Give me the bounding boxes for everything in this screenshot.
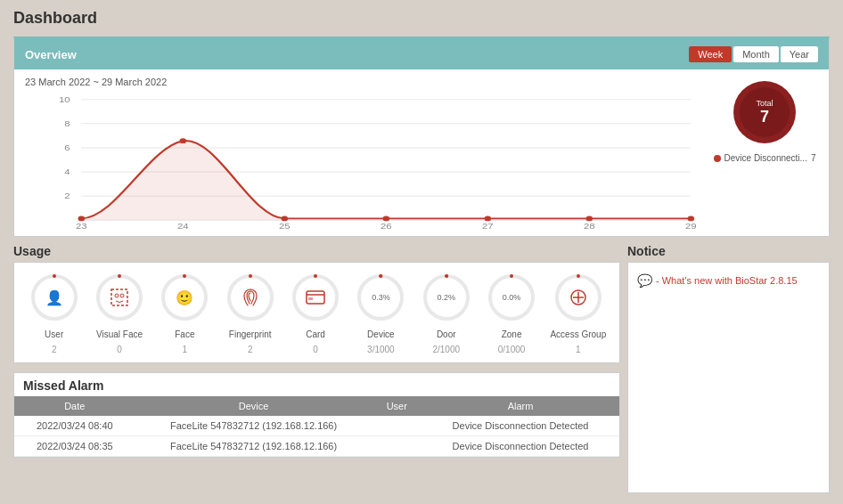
user-icon: 👤	[45, 289, 63, 306]
usage-item-card: Card 0	[289, 271, 342, 354]
tab-group: Week Month Year	[689, 46, 818, 62]
alarm-user-2	[372, 436, 422, 457]
missed-alarm-title: Missed Alarm	[14, 373, 619, 396]
zone-percent: 0.0%	[503, 293, 521, 302]
fingerprint-label: Fingerprint	[229, 329, 272, 339]
usage-item-face: 🙂 Face 1	[158, 271, 211, 354]
alarm-user-1	[372, 416, 422, 436]
device-label: Device	[367, 329, 395, 339]
notice-item: 💬 - What's new with BioStar 2.8.15	[635, 270, 822, 291]
svg-point-21	[383, 215, 390, 221]
svg-point-32	[115, 294, 119, 297]
usage-item-zone: 0.0% Zone 0/1000	[485, 271, 538, 354]
alarm-device-2: FaceLite 547832712 (192.168.12.166)	[135, 436, 372, 457]
overview-title: Overview	[25, 48, 77, 61]
visual-face-count: 0	[117, 345, 122, 354]
card-icon	[306, 290, 325, 305]
svg-point-24	[688, 215, 695, 221]
notice-icon: 💬	[637, 273, 652, 288]
line-chart: 10 8 6 4 2 23 24 25 26 27 28 29	[25, 91, 702, 229]
notice-card: 💬 - What's new with BioStar 2.8.15	[627, 262, 830, 493]
svg-point-22	[485, 215, 492, 221]
svg-text:4: 4	[64, 167, 70, 175]
notice-section: Notice 💬 - What's new with BioStar 2.8.1…	[627, 244, 830, 495]
visual-face-icon	[110, 289, 128, 306]
col-user: User	[372, 396, 422, 416]
notice-link[interactable]: - What's new with BioStar 2.8.15	[656, 275, 798, 286]
svg-point-18	[78, 215, 86, 221]
col-date: Date	[14, 396, 135, 416]
svg-text:2: 2	[64, 191, 70, 199]
svg-text:25: 25	[279, 222, 291, 229]
alarm-date-2: 2022/03/24 08:35	[14, 436, 135, 457]
legend-dot	[714, 155, 721, 162]
svg-point-33	[120, 294, 124, 297]
tab-year[interactable]: Year	[781, 46, 818, 62]
tab-week[interactable]: Week	[689, 46, 732, 62]
face-label: Face	[175, 329, 194, 339]
usage-title: Usage	[13, 244, 620, 258]
card-count: 0	[313, 345, 318, 354]
date-range: 23 March 2022 ~ 29 March 2022	[25, 77, 702, 87]
access-group-count: 1	[576, 345, 581, 354]
overview-card: Overview Week Month Year 23 March 2022 ~…	[13, 37, 830, 237]
user-label: User	[45, 329, 63, 339]
svg-text:29: 29	[685, 222, 697, 229]
access-group-icon	[569, 289, 587, 306]
donut-total-value: 7	[756, 108, 773, 126]
usage-card: 👤 User 2 Visual Face	[13, 262, 620, 363]
usage-item-user: 👤 User 2	[28, 271, 81, 354]
legend-value: 7	[811, 153, 816, 163]
card-label: Card	[306, 329, 325, 339]
table-row: 2022/03/24 08:40 FaceLite 547832712 (192…	[14, 416, 619, 436]
visual-face-label: Visual Face	[96, 329, 143, 339]
user-count: 2	[52, 345, 57, 354]
usage-section: Usage 👤 User 2	[13, 244, 620, 365]
notice-title: Notice	[627, 244, 830, 258]
access-group-label: Access Group	[550, 329, 606, 339]
legend-text: Device Disconnecti...	[724, 153, 807, 163]
face-count: 1	[183, 345, 188, 354]
usage-item-door: 0.2% Door 2/1000	[420, 271, 473, 354]
table-row: 2022/03/24 08:35 FaceLite 547832712 (192…	[14, 436, 619, 457]
alarm-alarm-1: Device Disconnection Detected	[422, 416, 619, 436]
usage-item-device: 0.3% Device 3/1000	[354, 271, 407, 354]
usage-item-fingerprint: Fingerprint 2	[224, 271, 277, 354]
svg-text:6: 6	[64, 143, 70, 151]
chart-right: Total 7 Device Disconnecti... 7	[702, 77, 818, 163]
alarm-table: Date Device User Alarm 2022/03/24 08:40 …	[14, 396, 619, 457]
fingerprint-count: 2	[248, 345, 253, 354]
face-icon: 🙂	[176, 289, 193, 306]
svg-rect-31	[111, 289, 127, 305]
usage-item-visual-face: Visual Face 0	[93, 271, 146, 354]
fingerprint-icon	[241, 288, 259, 307]
zone-label: Zone	[502, 329, 522, 339]
alarm-date-1: 2022/03/24 08:40	[14, 416, 135, 436]
missed-alarm-section: Missed Alarm Date Device User Alarm 2022…	[13, 372, 620, 458]
door-percent: 0.2%	[437, 293, 455, 302]
col-device: Device	[135, 396, 372, 416]
svg-text:23: 23	[76, 222, 87, 229]
svg-text:28: 28	[584, 222, 595, 229]
alarm-device-1: FaceLite 547832712 (192.168.12.166)	[135, 416, 372, 436]
door-count: 2/1000	[432, 345, 460, 354]
donut-total-label: Total	[756, 99, 773, 108]
col-alarm: Alarm	[422, 396, 619, 416]
svg-text:8: 8	[64, 119, 70, 127]
svg-text:26: 26	[381, 222, 392, 229]
device-count: 3/1000	[367, 345, 395, 354]
svg-text:27: 27	[482, 222, 494, 229]
svg-text:10: 10	[59, 95, 70, 103]
zone-count: 0/1000	[498, 345, 526, 354]
device-percent: 0.3%	[372, 293, 390, 302]
page-title: Dashboard	[13, 9, 830, 28]
svg-point-23	[586, 215, 593, 221]
alarm-alarm-2: Device Disconnection Detected	[422, 436, 619, 457]
svg-point-20	[282, 215, 289, 221]
tab-month[interactable]: Month	[733, 46, 779, 62]
svg-rect-42	[308, 297, 313, 300]
door-label: Door	[437, 329, 456, 339]
svg-point-19	[180, 138, 187, 143]
usage-item-access-group: Access Group 1	[550, 271, 606, 354]
svg-text:24: 24	[177, 222, 189, 229]
